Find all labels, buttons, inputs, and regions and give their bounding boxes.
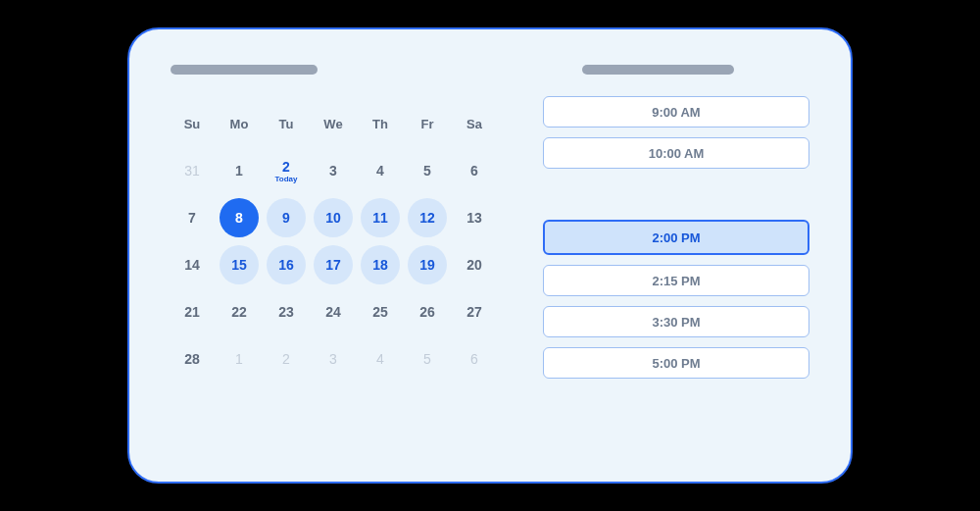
calendar-day[interactable]: 28: [172, 339, 212, 379]
calendar-day-number: 14: [184, 257, 200, 273]
calendar-day-number: 31: [184, 163, 200, 179]
calendar-day-number: 15: [231, 257, 247, 273]
calendar-day-number: 12: [419, 210, 435, 226]
calendar-day: 4: [361, 339, 400, 379]
calendar-day-number: 3: [329, 351, 337, 367]
calendar-title-placeholder: [171, 65, 318, 75]
calendar-day[interactable]: 7: [172, 198, 212, 237]
timeslot-column: 9:00 AM10:00 AM2:00 PM2:15 PM3:30 PM5:00…: [543, 65, 809, 454]
calendar-day: 1: [220, 339, 259, 379]
calendar-day-number: 13: [466, 210, 482, 226]
calendar-day[interactable]: 14: [172, 245, 212, 284]
calendar-day[interactable]: 5: [408, 151, 447, 190]
calendar-day[interactable]: 17: [314, 245, 353, 284]
calendar-day-number: 27: [466, 304, 482, 320]
calendar-day-number: 3: [329, 163, 337, 179]
calendar-day-number: 5: [423, 163, 431, 179]
day-of-week-header: Mo: [230, 117, 249, 131]
timeslot-title-placeholder: [582, 65, 734, 75]
calendar-day[interactable]: 10: [314, 198, 353, 237]
calendar-day-number: 2: [282, 159, 290, 175]
calendar-day-number: 6: [470, 351, 478, 367]
calendar-column: SuMoTuWeThFrSa3112Today34567891011121314…: [171, 65, 494, 454]
calendar-day-number: 5: [423, 351, 431, 367]
calendar-day-number: 7: [188, 210, 196, 226]
time-slot[interactable]: 3:30 PM: [543, 306, 809, 337]
calendar-day[interactable]: 15: [220, 245, 259, 284]
calendar-day-number: 4: [376, 163, 384, 179]
calendar-day-number: 11: [372, 210, 388, 226]
calendar-day-number: 22: [231, 304, 247, 320]
timeslot-list: 9:00 AM10:00 AM2:00 PM2:15 PM3:30 PM5:00…: [543, 96, 809, 379]
time-slot[interactable]: 9:00 AM: [543, 96, 809, 128]
day-of-week-header: Sa: [466, 117, 482, 131]
calendar-grid: SuMoTuWeThFrSa3112Today34567891011121314…: [171, 102, 494, 381]
day-of-week-header: Su: [184, 117, 201, 131]
calendar-day-number: 26: [419, 304, 435, 320]
calendar-day-number: 9: [282, 210, 290, 226]
calendar-day[interactable]: 11: [361, 198, 400, 237]
calendar-day[interactable]: 6: [455, 151, 494, 190]
calendar-day: 6: [455, 339, 494, 379]
calendar-day[interactable]: 3: [314, 151, 353, 190]
calendar-day[interactable]: 27: [455, 292, 494, 332]
calendar-day-number: 19: [419, 257, 435, 273]
calendar-day-selected[interactable]: 8: [220, 198, 259, 237]
time-slot[interactable]: 5:00 PM: [543, 347, 809, 379]
calendar-day-number: 21: [184, 304, 200, 320]
calendar-day-number: 25: [372, 304, 388, 320]
calendar-day: 31: [172, 151, 212, 190]
calendar-day[interactable]: 16: [267, 245, 306, 284]
calendar-day-number: 16: [278, 257, 294, 273]
calendar-day[interactable]: 19: [408, 245, 447, 284]
time-slot[interactable]: 2:15 PM: [543, 265, 809, 296]
calendar-day-number: 2: [282, 351, 290, 367]
calendar-day-today[interactable]: 2Today: [267, 151, 306, 190]
calendar-day[interactable]: 1: [220, 151, 259, 190]
calendar-day[interactable]: 13: [455, 198, 494, 237]
time-slot-selected[interactable]: 2:00 PM: [543, 220, 809, 255]
calendar-day-number: 8: [235, 210, 243, 226]
today-label: Today: [275, 175, 298, 183]
day-of-week-header: Th: [372, 117, 388, 131]
calendar-day: 5: [408, 339, 447, 379]
calendar-day: 3: [314, 339, 353, 379]
calendar-day[interactable]: 4: [361, 151, 400, 190]
calendar-day[interactable]: 18: [361, 245, 400, 284]
scheduler-card: SuMoTuWeThFrSa3112Today34567891011121314…: [127, 27, 853, 484]
calendar-day-number: 17: [325, 257, 341, 273]
calendar-day[interactable]: 20: [455, 245, 494, 284]
calendar-day[interactable]: 21: [172, 292, 212, 332]
calendar-day[interactable]: 26: [408, 292, 447, 332]
calendar-day[interactable]: 24: [314, 292, 353, 332]
calendar-day-number: 20: [466, 257, 482, 273]
calendar-day[interactable]: 25: [361, 292, 400, 332]
calendar-day-number: 1: [235, 163, 243, 179]
time-slot[interactable]: 10:00 AM: [543, 137, 809, 169]
calendar-day[interactable]: 23: [267, 292, 306, 332]
calendar-day-number: 23: [278, 304, 294, 320]
calendar-day-number: 28: [184, 351, 200, 367]
slot-group-gap: [543, 179, 809, 210]
calendar-day[interactable]: 9: [267, 198, 306, 237]
day-of-week-header: Tu: [279, 117, 294, 131]
calendar-day-number: 4: [376, 351, 384, 367]
calendar-day-number: 18: [372, 257, 388, 273]
calendar-day-number: 10: [325, 210, 341, 226]
calendar-day[interactable]: 22: [220, 292, 259, 332]
day-of-week-header: We: [323, 117, 342, 131]
calendar-day-number: 24: [325, 304, 341, 320]
calendar-day-number: 6: [470, 163, 478, 179]
calendar-day[interactable]: 12: [408, 198, 447, 237]
day-of-week-header: Fr: [421, 117, 434, 131]
calendar-day-number: 1: [235, 351, 243, 367]
calendar-day: 2: [267, 339, 306, 379]
